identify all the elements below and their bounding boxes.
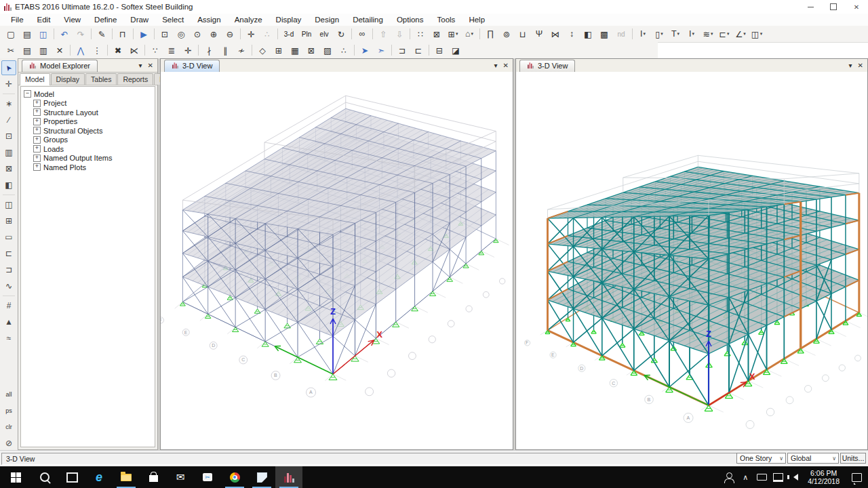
tree-item-named-plots[interactable]: +Named Plots — [32, 163, 153, 172]
taskbar-notes-button[interactable] — [248, 466, 275, 488]
assign-joint-load-button[interactable]: ↕ — [564, 26, 580, 41]
align-objects-button[interactable]: ≣ — [163, 43, 180, 58]
menu-item-analyze[interactable]: Analyze — [228, 16, 269, 24]
expand-icon[interactable]: + — [33, 108, 41, 116]
draw-pier-tool-button[interactable]: ⊏ — [1, 246, 16, 261]
device-icon[interactable] — [753, 466, 770, 488]
taskbar-file-explorer-button[interactable] — [113, 466, 140, 488]
move-objects-button[interactable]: ✛ — [180, 43, 196, 58]
people-icon[interactable] — [721, 466, 737, 488]
pan-button[interactable]: ✛ — [243, 26, 259, 41]
collapse-icon[interactable]: − — [24, 90, 31, 98]
run-analysis-button[interactable]: ▶ — [136, 26, 152, 41]
object-view-dropdown[interactable]: ⊞▾ — [445, 26, 461, 41]
tee-section-dropdown[interactable]: Τ▾ — [667, 26, 684, 41]
previous-zoom-button[interactable]: ⊙ — [189, 26, 205, 41]
select-object-button[interactable]: ➤ — [357, 43, 373, 58]
explorer-tab-tables[interactable]: Tables — [85, 73, 117, 85]
tree-item-structure-layout[interactable]: +Structure Layout — [32, 108, 153, 117]
tree-item-project[interactable]: +Project — [32, 99, 153, 108]
rendered-view-button[interactable]: ▩ — [596, 26, 612, 41]
paint-object-button[interactable]: ◪ — [448, 43, 464, 58]
view-right-dropdown-icon[interactable]: ▾ — [849, 62, 852, 69]
draw-rect-area-tool-button[interactable]: ▭ — [1, 230, 16, 245]
extrude-areas-button[interactable]: ⊏ — [410, 43, 427, 58]
crop-areas-button[interactable]: ⊠ — [303, 43, 319, 58]
menu-item-design[interactable]: Design — [308, 16, 346, 24]
draw-floor-tool-button[interactable]: ◧ — [1, 178, 16, 192]
zoom-in-button[interactable]: ⊕ — [205, 26, 222, 41]
view-left-dropdown-icon[interactable]: ▾ — [494, 62, 498, 69]
explorer-tab-display[interactable]: Display — [51, 73, 85, 85]
view-3d-button[interactable]: 3-d — [280, 26, 298, 41]
draw-joint-tool-button[interactable]: ∗ — [1, 96, 16, 111]
zoom-out-button[interactable]: ⊖ — [222, 26, 238, 41]
draw-opening-tool-button[interactable]: ⊞ — [1, 214, 16, 228]
expand-icon[interactable]: + — [33, 155, 41, 162]
menu-item-define[interactable]: Define — [87, 16, 123, 24]
merge-areas-button[interactable]: ⊞ — [271, 43, 287, 58]
task-view-button[interactable] — [58, 466, 85, 488]
draw-ridge-tool-button[interactable]: ▲ — [1, 314, 16, 329]
story-selector-dropdown[interactable]: One Story ∨ — [736, 453, 786, 464]
menu-item-tools[interactable]: Tools — [431, 16, 462, 24]
tree-item-structural-objects[interactable]: +Structural Objects — [32, 126, 153, 136]
network-icon[interactable] — [770, 466, 786, 488]
explorer-tab-reports[interactable]: Reports — [117, 73, 153, 85]
view-right-tab[interactable]: 3-D View — [519, 60, 575, 72]
edit-pencil-button[interactable]: ✎ — [94, 26, 110, 41]
view-left-canvas[interactable]: ABCDEFZX — [161, 72, 513, 449]
menu-item-help[interactable]: Help — [462, 16, 492, 24]
expand-icon[interactable]: + — [33, 118, 41, 125]
expand-icon[interactable]: + — [33, 100, 41, 107]
tree-item-named-output-items[interactable]: +Named Output Items — [32, 154, 153, 163]
draw-frame-tool-button[interactable]: ∕ — [1, 113, 16, 127]
restore-button[interactable] — [822, 0, 845, 14]
save-button[interactable]: ◫ — [35, 26, 52, 41]
tree-item-model[interactable]: −Model — [22, 89, 153, 99]
shape-display-dropdown[interactable]: ⌂▾ — [461, 26, 477, 41]
draw-braces-tool-button[interactable]: ⊠ — [1, 161, 16, 176]
delete-button[interactable]: ✕ — [52, 43, 68, 58]
menu-item-assign[interactable]: Assign — [191, 16, 228, 24]
open-file-button[interactable]: ▤ — [19, 26, 35, 41]
ibeam-section-dropdown[interactable]: I▾ — [684, 26, 700, 41]
explorer-tab-model[interactable]: Model — [20, 73, 50, 85]
mesh-quad-button[interactable]: ◇ — [254, 43, 271, 58]
quick-draw-braces-button[interactable]: ⋈ — [547, 26, 564, 41]
taskbar-search-button[interactable] — [31, 466, 58, 488]
tree-item-properties[interactable]: +Properties — [32, 117, 153, 127]
divide-frames-button[interactable]: ∤ — [201, 43, 217, 58]
paste-button[interactable]: ▥ — [35, 43, 52, 58]
quick-draw-secondary-beams-button[interactable]: Ψ — [531, 26, 547, 41]
explorer-dropdown-icon[interactable]: ▾ — [139, 62, 142, 69]
edit-areas-button[interactable]: ▦ — [287, 43, 303, 58]
close-button[interactable]: ✕ — [845, 0, 868, 14]
restore-full-view-button[interactable]: ◎ — [173, 26, 189, 41]
menu-item-file[interactable]: File — [4, 16, 31, 24]
view-right-close-icon[interactable]: ✕ — [858, 62, 863, 69]
extrude-frames-button[interactable]: ⊐ — [394, 43, 410, 58]
split-areas-button[interactable]: ∴ — [336, 43, 352, 58]
expand-icon[interactable]: + — [33, 136, 41, 144]
stack-objects-button[interactable]: ⊟ — [431, 43, 448, 58]
draw-wave-tool-button[interactable]: ≈ — [1, 331, 16, 346]
select-all-button[interactable]: all — [1, 387, 16, 402]
clear-selection-button[interactable]: clr — [1, 420, 16, 434]
frame-section-dropdown[interactable]: Ι▾ — [635, 26, 651, 41]
menu-item-display[interactable]: Display — [269, 16, 309, 24]
view-left-tab[interactable]: 3-D View — [164, 60, 220, 72]
start-button[interactable] — [0, 466, 31, 488]
view-left-close-icon[interactable]: ✕ — [503, 62, 509, 69]
view-right-canvas[interactable]: ABCDEFZX — [516, 72, 867, 449]
expand-icon[interactable]: + — [33, 127, 41, 134]
explorer-close-icon[interactable]: ✕ — [148, 62, 153, 69]
pointer-select-button[interactable]: ➤ — [1, 60, 16, 75]
wall-section-dropdown[interactable]: ▯▾ — [651, 26, 667, 41]
expand-icon[interactable]: + — [33, 163, 41, 171]
quick-frame-tool-button[interactable]: ⊡ — [1, 129, 16, 144]
menu-item-draw[interactable]: Draw — [123, 16, 155, 24]
tree-item-groups[interactable]: +Groups — [32, 136, 153, 145]
draw-wall-tool-button[interactable]: ◫ — [1, 197, 16, 212]
menu-item-select[interactable]: Select — [155, 16, 191, 24]
